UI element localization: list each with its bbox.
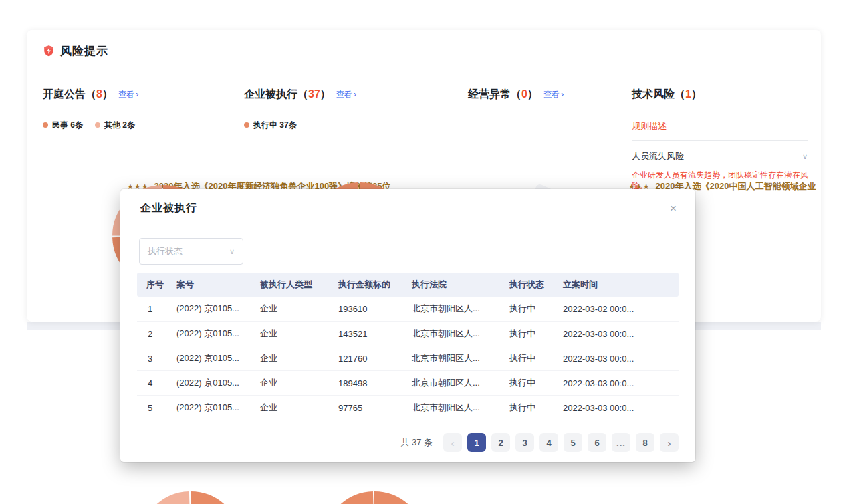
next-page-button[interactable]: › (660, 433, 679, 452)
prev-page-button[interactable]: ‹ (443, 433, 462, 452)
column-header: 执行状态 (507, 279, 560, 291)
paren: （ (86, 88, 96, 102)
section-count: 8 (96, 88, 102, 100)
section-enterprise-execution: 企业被执行 （ 37 ） 查看› 执行中 37条 (244, 84, 458, 130)
table-cell: 121760 (336, 354, 409, 364)
table-cell: 北京市朝阳区人... (409, 352, 507, 364)
legend-dot-icon (244, 122, 249, 128)
table-cell: 2022-03-02 00:0... (560, 304, 679, 314)
table-cell: 1 (137, 304, 174, 314)
table-cell: 97765 (336, 403, 409, 413)
modal-title: 企业被执行 (140, 201, 197, 215)
chevron-right-icon: › (136, 89, 138, 99)
table-cell: 执行中 (507, 377, 560, 389)
column-header: 被执行人类型 (257, 279, 336, 291)
paren: ） (691, 88, 702, 102)
table-cell: 北京市朝阳区人... (409, 377, 507, 389)
column-header: 序号 (137, 279, 174, 291)
chevron-down-icon: ∨ (229, 247, 235, 256)
legend-label: 其他 2条 (104, 120, 135, 131)
table-row: 5(2022) 京0105...企业97765北京市朝阳区人...执行中2022… (137, 396, 679, 420)
view-link[interactable]: 查看› (543, 89, 564, 100)
section-title: 企业被执行 (244, 88, 297, 102)
table-row: 2(2022) 京0105...企业143521北京市朝阳区人...执行中202… (137, 322, 679, 346)
table-cell: 143521 (336, 329, 409, 339)
table-cell: 执行中 (507, 328, 560, 340)
table-cell: 2022-03-03 00:0... (560, 378, 679, 388)
legend-dot-icon (43, 122, 48, 128)
legend-label: 执行中 37条 (253, 120, 297, 131)
paren: （ (675, 88, 685, 102)
table-cell: 北京市朝阳区人... (409, 402, 507, 414)
table-cell: 企业 (257, 328, 336, 340)
table-cell: (2022) 京0105... (174, 303, 257, 315)
table-row: 4(2022) 京0105...企业189498北京市朝阳区人...执行中202… (137, 371, 679, 396)
pagination-total: 共 37 条 (400, 436, 433, 449)
rule-description-label: 规则描述 (632, 120, 812, 132)
page-button-4[interactable]: 4 (539, 433, 558, 452)
table-cell: 2 (137, 329, 174, 339)
divider (632, 140, 808, 141)
table-cell: 5 (137, 403, 174, 413)
chart-legend: 执行中 37条 (244, 120, 458, 130)
column-header: 立案时间 (560, 279, 679, 291)
table-cell: (2022) 京0105... (174, 402, 257, 414)
table-cell: 2022-03-03 00:0... (560, 403, 679, 413)
table-cell: 企业 (257, 377, 336, 389)
card-title: 风险提示 (60, 43, 108, 59)
view-link[interactable]: 查看› (336, 89, 356, 100)
column-header: 执行金额标的 (336, 279, 409, 291)
section-business-abnormality: 经营异常 （ 0 ） 查看› (468, 84, 622, 102)
table-cell: 3 (137, 354, 174, 364)
paren: （ (297, 88, 308, 102)
page-button-3[interactable]: 3 (515, 433, 534, 452)
section-count: 1 (685, 88, 691, 100)
column-header: 执行法院 (409, 279, 507, 291)
page-button-2[interactable]: 2 (491, 433, 510, 452)
section-title: 开庭公告 (43, 88, 86, 102)
table-row: 3(2022) 京0105...企业121760北京市朝阳区人...执行中202… (137, 346, 679, 371)
page-button-1[interactable]: 1 (467, 433, 486, 452)
section-title: 技术风险 (632, 88, 675, 102)
table-header-row: 序号案号被执行人类型执行金额标的执行法院执行状态立案时间 (137, 273, 679, 297)
legend-item: 民事 6条 (43, 120, 83, 131)
section-count: 37 (308, 88, 320, 100)
paren: （ (511, 88, 521, 102)
paren: ） (102, 88, 113, 102)
card-header: 风险提示 (27, 30, 821, 72)
paren: ） (320, 88, 331, 102)
execution-status-select[interactable]: 执行状态 ∨ (139, 238, 243, 265)
table-cell: (2022) 京0105... (174, 328, 257, 340)
risk-shield-icon (43, 44, 55, 57)
close-icon[interactable]: × (666, 201, 681, 216)
table-cell: 193610 (336, 304, 409, 314)
table-cell: 北京市朝阳区人... (409, 328, 507, 340)
enterprise-execution-modal: 企业被执行 × 执行状态 ∨ 序号案号被执行人类型执行金额标的执行法院执行状态立… (120, 189, 695, 462)
table-cell: 执行中 (507, 303, 560, 315)
pagination-buttons: ‹123456...8› (443, 433, 679, 452)
table-cell: 2022-03-03 00:0... (560, 329, 679, 339)
page-button-5[interactable]: 5 (564, 433, 582, 452)
section-court-announcements: 开庭公告 （ 8 ） 查看› 民事 6条其他 2条 (43, 84, 237, 130)
risk-item-header[interactable]: 人员流失风险 ∨ (632, 150, 808, 162)
page-ellipsis[interactable]: ... (612, 433, 630, 452)
legend-label: 民事 6条 (52, 120, 83, 131)
execution-table: 序号案号被执行人类型执行金额标的执行法院执行状态立案时间 1(2022) 京01… (137, 273, 679, 420)
table-row: 1(2022) 京0105...企业193610北京市朝阳区人...执行中202… (137, 297, 679, 322)
risk-item-name: 人员流失风险 (632, 150, 684, 162)
chevron-right-icon: › (561, 89, 564, 99)
page-button-8[interactable]: 8 (636, 433, 654, 452)
table-cell: 189498 (336, 378, 409, 388)
section-count: 0 (521, 88, 527, 100)
table-cell: 2022-03-03 00:0... (560, 354, 679, 364)
table-cell: 北京市朝阳区人... (409, 303, 507, 315)
table-cell: (2022) 京0105... (174, 377, 257, 389)
table-cell: 执行中 (507, 352, 560, 364)
view-link[interactable]: 查看› (118, 89, 138, 100)
table-body: 1(2022) 京0105...企业193610北京市朝阳区人...执行中202… (137, 297, 679, 420)
donut-chart-background-left (140, 491, 241, 504)
page-button-6[interactable]: 6 (588, 433, 606, 452)
chevron-right-icon: › (354, 89, 356, 99)
donut-chart-background-right (324, 491, 425, 504)
table-cell: 企业 (257, 352, 336, 364)
